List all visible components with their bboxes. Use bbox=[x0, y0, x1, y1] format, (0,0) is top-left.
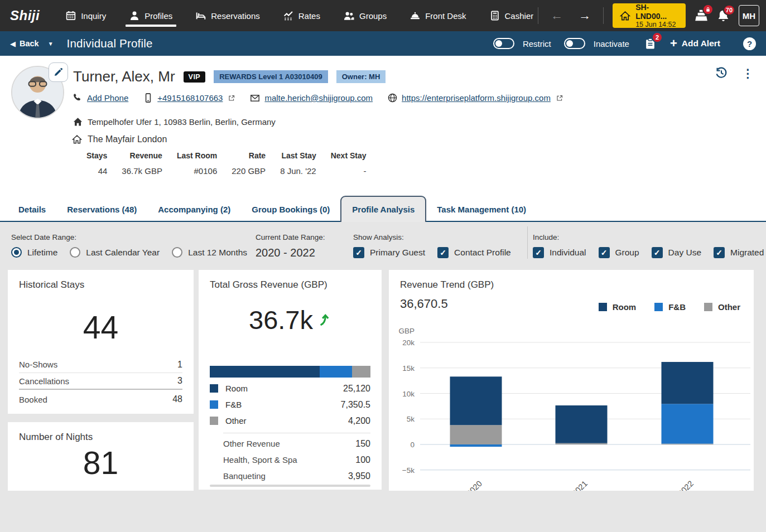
website[interactable]: https://enterpriseplatform.shijigroup.co… bbox=[388, 93, 563, 103]
current-range-label: Current Date Range: bbox=[256, 233, 325, 241]
radio-label: Last Calendar Year bbox=[86, 248, 160, 258]
checkbox-checked: ✓ bbox=[437, 247, 449, 258]
calendar-icon bbox=[66, 11, 76, 21]
radio-label: Lifetime bbox=[27, 248, 57, 258]
legend-value: 25,120 bbox=[343, 384, 370, 394]
add-phone-link[interactable]: Add Phone bbox=[87, 93, 128, 103]
mobile-number[interactable]: +4915168107663 bbox=[143, 93, 235, 103]
topnav-right-cluster: ← → SH-LND00... 15 Jun 14:52 70 MH bbox=[538, 3, 759, 28]
tab-accompanying[interactable]: Accompanying (2) bbox=[147, 197, 241, 221]
checkbox-day-use[interactable]: ✓ Day Use bbox=[652, 247, 701, 258]
horizontal-scrollbar[interactable] bbox=[210, 485, 370, 487]
bar-segment-fb-2022[interactable] bbox=[662, 404, 714, 443]
tab-details[interactable]: Details bbox=[8, 197, 56, 221]
row-label: Banqueting bbox=[223, 471, 266, 481]
bar-segment-room-2021[interactable] bbox=[556, 405, 608, 443]
checkbox-label: Contact Profile bbox=[454, 248, 511, 258]
nav-label: Front Desk bbox=[425, 11, 466, 21]
number-of-nights-value: 81 bbox=[8, 444, 194, 481]
mobile-link[interactable]: +4915168107663 bbox=[157, 93, 223, 103]
nav-item-front-desk[interactable]: Front Desk bbox=[398, 0, 478, 31]
profile-header: Turner, Alex, Mr VIP REWARDS Level 1 A03… bbox=[0, 56, 766, 196]
nav-item-rates[interactable]: Rates bbox=[272, 0, 332, 31]
radio-selected bbox=[11, 247, 22, 258]
edit-profile-button[interactable] bbox=[49, 62, 68, 82]
house-icon bbox=[73, 117, 83, 127]
bar-segment-room-2020[interactable] bbox=[450, 376, 502, 425]
locked-badge bbox=[702, 4, 714, 15]
nav-label: Reservations bbox=[211, 11, 260, 21]
fnb-color-swatch bbox=[210, 400, 218, 409]
stay-statistics-table: Stays Revenue Last Room Rate Last Stay N… bbox=[86, 150, 367, 177]
row-label: Health, Sport & Spa bbox=[223, 455, 297, 465]
history-icon[interactable] bbox=[715, 67, 728, 79]
restrict-toggle[interactable] bbox=[493, 38, 514, 49]
checkbox-individual[interactable]: ✓ Individual bbox=[533, 247, 586, 258]
revenue-trend-chart: 20k15k10k5k0−5kGBP202020212022 bbox=[389, 270, 754, 491]
radio-lifetime[interactable]: Lifetime bbox=[11, 247, 57, 258]
nav-label: Rates bbox=[298, 11, 320, 21]
room-color-swatch bbox=[210, 384, 218, 393]
nav-item-groups[interactable]: Groups bbox=[332, 0, 398, 31]
rewards-badge: REWARDS Level 1 A03010409 bbox=[214, 70, 328, 83]
alerts-button[interactable]: 2 bbox=[644, 38, 656, 50]
profile-tabs: Details Reservations (48) Accompanying (… bbox=[0, 196, 766, 222]
split-bar-segment-other bbox=[352, 366, 370, 378]
radio-unselected bbox=[172, 247, 182, 258]
website-link[interactable]: https://enterpriseplatform.shijigroup.co… bbox=[402, 93, 551, 103]
tab-profile-analysis[interactable]: Profile Analysis bbox=[340, 196, 426, 222]
toggle-knob bbox=[566, 40, 573, 47]
row-label: Cancellations bbox=[19, 376, 69, 386]
back-dropdown-caret-icon[interactable]: ▼ bbox=[48, 41, 54, 47]
checkbox-primary-guest[interactable]: ✓ Primary Guest bbox=[353, 247, 425, 258]
stat-header: Rate bbox=[217, 150, 266, 165]
tab-group-bookings[interactable]: Group Bookings (0) bbox=[241, 197, 340, 221]
notifications-button[interactable]: 70 bbox=[717, 9, 730, 22]
help-button[interactable]: ? bbox=[743, 37, 756, 50]
checkbox-label: Individual bbox=[550, 248, 586, 258]
radio-last-calendar-year[interactable]: Last Calendar Year bbox=[70, 247, 160, 258]
nav-item-inquiry[interactable]: Inquiry bbox=[54, 0, 118, 31]
owner-badge: Owner: MH bbox=[336, 70, 386, 83]
nav-item-profiles[interactable]: Profiles bbox=[118, 0, 184, 31]
add-phone[interactable]: Add Phone bbox=[73, 93, 128, 103]
top-navigation-bar: Shiji Inquiry Profiles Reservations Rate… bbox=[0, 0, 766, 31]
cashier-session-button[interactable] bbox=[695, 9, 708, 22]
legend-label: F&B bbox=[225, 400, 341, 409]
nav-label: Cashier bbox=[505, 11, 534, 21]
sub-row-other-revenue: Other Revenue 150 bbox=[223, 436, 370, 452]
checkbox-migrated[interactable]: ✓ Migrated bbox=[714, 247, 764, 258]
back-button[interactable]: Back bbox=[20, 39, 39, 48]
tab-reservations[interactable]: Reservations (48) bbox=[56, 197, 147, 221]
email[interactable]: malte.herich@shijigroup.com bbox=[250, 93, 373, 103]
checkbox-checked: ✓ bbox=[714, 247, 725, 258]
radio-last-12-months[interactable]: Last 12 Months bbox=[172, 247, 247, 258]
bar-segment-room-2022[interactable] bbox=[662, 362, 714, 404]
inactivate-toggle[interactable] bbox=[564, 38, 585, 49]
divider bbox=[603, 7, 604, 24]
checkbox-contact-profile[interactable]: ✓ Contact Profile bbox=[437, 247, 511, 258]
historical-stays-card: Historical Stays 44 No-Shows 1 Cancellat… bbox=[8, 270, 194, 414]
groups-icon bbox=[344, 11, 354, 21]
nav-item-reservations[interactable]: Reservations bbox=[184, 0, 272, 31]
user-menu-button[interactable]: MH bbox=[739, 5, 759, 26]
nav-item-cashier[interactable]: Cashier bbox=[478, 0, 538, 31]
shiji-logo: Shiji bbox=[10, 8, 40, 23]
legend-label: Room bbox=[225, 384, 343, 393]
bar-segment-fb-2020[interactable] bbox=[450, 444, 502, 447]
tab-task-management[interactable]: Task Management (10) bbox=[426, 197, 537, 221]
nav-forward-arrow[interactable]: → bbox=[575, 8, 594, 23]
bar-segment-other-2022[interactable] bbox=[662, 444, 714, 444]
nav-back-arrow[interactable]: ← bbox=[547, 8, 566, 23]
email-link[interactable]: malte.herich@shijigroup.com bbox=[264, 93, 373, 103]
checkbox-group[interactable]: ✓ Group bbox=[599, 247, 639, 258]
property-context-badge[interactable]: SH-LND00... 15 Jun 14:52 bbox=[613, 3, 686, 28]
date-range-label: Select Date Range: bbox=[11, 233, 247, 241]
bar-segment-other-2020[interactable] bbox=[450, 425, 502, 444]
other-color-swatch bbox=[210, 417, 218, 425]
include-label: Include: bbox=[533, 233, 764, 241]
add-alert-button[interactable]: + Add Alert bbox=[670, 36, 720, 51]
bar-segment-other-2021[interactable] bbox=[556, 443, 608, 444]
kebab-menu-icon[interactable]: ⋮ bbox=[742, 67, 754, 79]
y-tick-label: 15k bbox=[402, 364, 415, 373]
